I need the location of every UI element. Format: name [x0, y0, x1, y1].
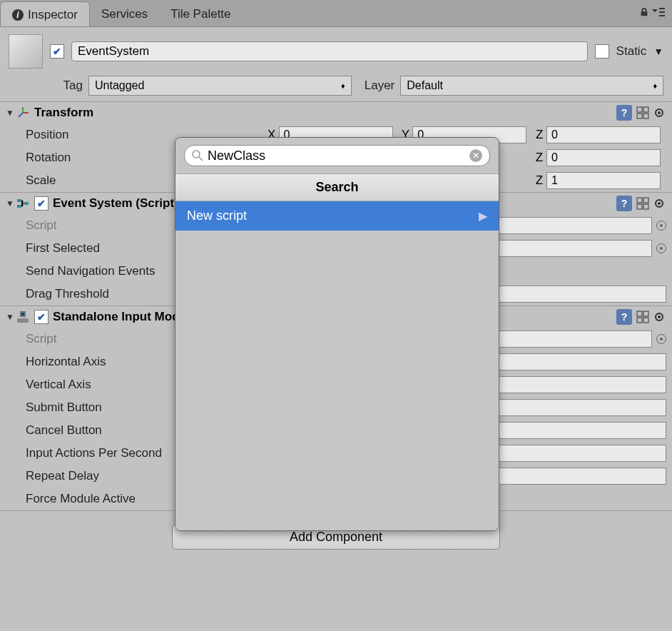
help-icon[interactable]: ? — [616, 196, 632, 211]
svg-rect-10 — [17, 205, 21, 208]
tag-layer-row: Tag Untagged ♦ Layer Default ♦ — [0, 73, 672, 102]
position-z-input[interactable] — [546, 126, 661, 143]
static-checkbox[interactable] — [595, 44, 609, 59]
svg-rect-15 — [643, 204, 648, 209]
new-script-item[interactable]: New script ▶ — [175, 201, 499, 231]
add-component-popup: ✕ Search New script ▶ — [175, 137, 499, 531]
chevron-down-icon: ♦ — [653, 81, 657, 90]
scale-z-input[interactable] — [546, 172, 661, 189]
active-checkbox[interactable] — [50, 44, 64, 59]
z-label: Z — [532, 173, 546, 188]
svg-rect-21 — [637, 311, 642, 316]
object-picker-icon[interactable] — [656, 221, 666, 231]
svg-rect-9 — [17, 199, 21, 202]
gear-icon[interactable] — [653, 311, 666, 323]
svg-rect-12 — [637, 198, 642, 203]
svg-rect-13 — [643, 198, 648, 203]
gameobject-icon[interactable] — [9, 34, 43, 69]
gear-icon[interactable] — [653, 106, 666, 119]
component-enabled-checkbox[interactable] — [34, 196, 49, 211]
tab-label: Services — [101, 7, 148, 21]
tab-tile-palette[interactable]: Tile Palette — [159, 1, 242, 26]
search-field-wrap: ✕ — [184, 145, 490, 166]
preset-icon[interactable] — [636, 106, 649, 119]
z-label: Z — [532, 151, 546, 165]
foldout-icon[interactable]: ▼ — [6, 108, 16, 118]
svg-rect-4 — [643, 107, 648, 112]
svg-point-17 — [658, 202, 661, 205]
layer-dropdown[interactable]: Default ♦ — [400, 76, 663, 96]
search-input[interactable] — [208, 148, 469, 163]
tag-value: Untagged — [95, 79, 144, 92]
foldout-icon[interactable]: ▼ — [6, 312, 16, 322]
tag-label: Tag — [57, 79, 83, 93]
gameobject-header: Static ▼ — [0, 27, 672, 73]
z-label: Z — [532, 128, 546, 142]
gear-icon[interactable] — [653, 197, 666, 210]
preset-icon[interactable] — [636, 311, 649, 323]
chevron-down-icon: ♦ — [341, 81, 345, 90]
svg-rect-24 — [643, 318, 648, 323]
svg-rect-23 — [637, 318, 642, 323]
search-icon — [192, 150, 203, 161]
static-dropdown-icon[interactable]: ▼ — [653, 46, 663, 57]
clear-search-icon[interactable]: ✕ — [469, 149, 482, 162]
svg-point-27 — [193, 151, 200, 158]
transform-icon — [16, 106, 30, 120]
svg-rect-20 — [17, 318, 29, 323]
svg-rect-6 — [643, 113, 648, 118]
svg-rect-14 — [637, 204, 642, 209]
object-picker-icon[interactable] — [656, 334, 666, 344]
svg-point-8 — [658, 111, 661, 114]
preset-icon[interactable] — [636, 197, 649, 210]
component-header: ▼ Transform ? — [0, 102, 672, 123]
svg-rect-11 — [24, 202, 29, 205]
component-enabled-checkbox[interactable] — [34, 310, 49, 324]
tag-dropdown[interactable]: Untagged ♦ — [88, 76, 352, 96]
svg-rect-5 — [637, 113, 642, 118]
popup-item-label: New script — [187, 208, 247, 223]
popup-header: Search — [175, 173, 499, 201]
lock-icon[interactable] — [639, 7, 649, 17]
component-title: Transform — [34, 106, 616, 120]
tab-right-controls — [639, 7, 665, 17]
event-system-icon — [16, 196, 30, 211]
layer-label: Layer — [365, 79, 395, 93]
gameobject-name-input[interactable] — [71, 41, 588, 61]
rotation-z-input[interactable] — [546, 149, 661, 166]
tab-services[interactable]: Services — [90, 1, 159, 26]
static-label: Static — [616, 44, 647, 59]
svg-rect-2 — [659, 15, 665, 16]
tab-inspector[interactable]: i Inspector — [0, 1, 90, 26]
input-module-icon — [16, 310, 30, 324]
svg-rect-22 — [643, 311, 648, 316]
svg-rect-0 — [659, 8, 665, 9]
svg-rect-1 — [659, 11, 665, 13]
help-icon[interactable]: ? — [616, 309, 632, 325]
svg-rect-3 — [637, 107, 642, 112]
context-menu-icon[interactable] — [652, 7, 665, 17]
object-picker-icon[interactable] — [656, 243, 666, 253]
chevron-right-icon: ▶ — [479, 209, 487, 223]
layer-value: Default — [407, 79, 443, 92]
svg-point-19 — [21, 313, 24, 316]
info-icon: i — [12, 9, 24, 21]
help-icon[interactable]: ? — [616, 105, 632, 121]
tab-label: Inspector — [28, 8, 78, 22]
tab-label: Tile Palette — [170, 7, 230, 21]
tab-bar: i Inspector Services Tile Palette — [0, 0, 672, 27]
foldout-icon[interactable]: ▼ — [6, 198, 16, 208]
svg-point-26 — [658, 316, 661, 318]
popup-body — [175, 231, 499, 530]
